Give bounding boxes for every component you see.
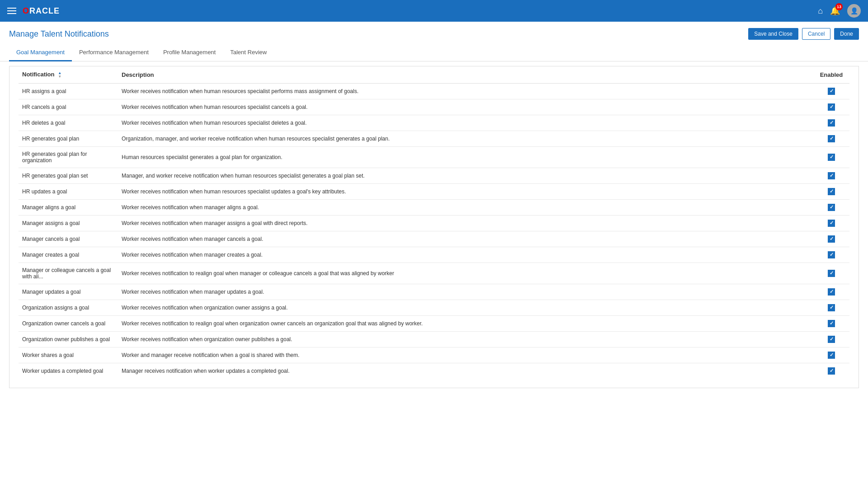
cell-description: Worker receives notification when manage… <box>118 284 813 300</box>
table-header-row: Notification ▲ ▼ Description Enabled <box>19 66 849 83</box>
cell-notification: Manager cancels a goal <box>19 231 118 247</box>
cell-enabled[interactable] <box>813 146 849 168</box>
column-header-enabled: Enabled <box>813 66 849 83</box>
cell-notification: Manager updates a goal <box>19 284 118 300</box>
column-header-description: Description <box>118 66 813 83</box>
cell-enabled[interactable] <box>813 131 849 146</box>
table-row: Manager cancels a goalWorker receives no… <box>19 231 849 247</box>
cell-notification: Organization assigns a goal <box>19 300 118 315</box>
page-title: Manage Talent Notifications <box>9 29 109 39</box>
cell-enabled[interactable] <box>813 300 849 315</box>
enabled-checkbox[interactable] <box>828 270 835 277</box>
cell-enabled[interactable] <box>813 115 849 131</box>
home-icon[interactable]: ⌂ <box>818 6 823 16</box>
table-row: Organization owner cancels a goalWorker … <box>19 315 849 331</box>
hamburger-menu[interactable] <box>7 8 16 14</box>
cell-description: Manager receives notification when worke… <box>118 363 813 379</box>
cell-description: Worker receives notification when manage… <box>118 215 813 231</box>
cell-enabled[interactable] <box>813 199 849 215</box>
cell-enabled[interactable] <box>813 263 849 284</box>
enabled-checkbox[interactable] <box>828 88 835 95</box>
cell-enabled[interactable] <box>813 99 849 115</box>
enabled-checkbox[interactable] <box>828 304 835 311</box>
enabled-checkbox[interactable] <box>828 235 835 243</box>
cell-enabled[interactable] <box>813 83 849 99</box>
enabled-checkbox[interactable] <box>828 336 835 343</box>
notification-count-badge: 13 <box>835 3 843 10</box>
enabled-checkbox[interactable] <box>828 288 835 296</box>
cell-description: Organization, manager, and worker receiv… <box>118 131 813 146</box>
cell-enabled[interactable] <box>813 284 849 300</box>
cell-enabled[interactable] <box>813 331 849 347</box>
cell-enabled[interactable] <box>813 363 849 379</box>
tab-goal-management[interactable]: Goal Management <box>9 44 72 61</box>
enabled-checkbox[interactable] <box>828 119 835 127</box>
notifications-button[interactable]: 🔔 13 <box>830 6 840 16</box>
table-row: Organization assigns a goalWorker receiv… <box>19 300 849 315</box>
cell-notification: HR assigns a goal <box>19 83 118 99</box>
cell-enabled[interactable] <box>813 215 849 231</box>
sort-icons-notification[interactable]: ▲ ▼ <box>58 71 61 79</box>
cell-enabled[interactable] <box>813 315 849 331</box>
cell-description: Worker receives notification when human … <box>118 83 813 99</box>
enabled-checkbox[interactable] <box>828 172 835 179</box>
tab-profile-management[interactable]: Profile Management <box>156 44 223 61</box>
user-avatar[interactable]: 👤 <box>847 4 861 18</box>
cell-description: Worker receives notification when human … <box>118 99 813 115</box>
cell-description: Worker receives notification when manage… <box>118 231 813 247</box>
cell-notification: Organization owner publishes a goal <box>19 331 118 347</box>
table-row: Manager assigns a goalWorker receives no… <box>19 215 849 231</box>
cell-notification: Manager or colleague cancels a goal with… <box>19 263 118 284</box>
cell-notification: Organization owner cancels a goal <box>19 315 118 331</box>
cell-enabled[interactable] <box>813 247 849 263</box>
table-row: HR deletes a goalWorker receives notific… <box>19 115 849 131</box>
cell-notification: HR updates a goal <box>19 183 118 199</box>
save-and-close-button[interactable]: Save and Close <box>748 28 798 40</box>
tab-performance-management[interactable]: Performance Management <box>72 44 156 61</box>
done-button[interactable]: Done <box>834 28 859 40</box>
enabled-checkbox[interactable] <box>828 251 835 258</box>
cell-description: Worker receives notification to realign … <box>118 315 813 331</box>
cell-notification: HR generates goal plan <box>19 131 118 146</box>
table-row: Manager creates a goalWorker receives no… <box>19 247 849 263</box>
table-body: HR assigns a goalWorker receives notific… <box>19 83 849 379</box>
tab-talent-review[interactable]: Talent Review <box>223 44 274 61</box>
cell-description: Worker receives notification when organi… <box>118 331 813 347</box>
enabled-checkbox[interactable] <box>828 320 835 327</box>
enabled-checkbox[interactable] <box>828 367 835 375</box>
cell-enabled[interactable] <box>813 183 849 199</box>
cell-description: Human resources specialist generates a g… <box>118 146 813 168</box>
cell-notification: HR generates goal plan for organization <box>19 146 118 168</box>
enabled-checkbox[interactable] <box>828 352 835 359</box>
table-row: Worker shares a goalWorker and manager r… <box>19 347 849 363</box>
cell-description: Worker receives notification when human … <box>118 183 813 199</box>
enabled-checkbox[interactable] <box>828 204 835 211</box>
enabled-checkbox[interactable] <box>828 135 835 142</box>
table-row: HR generates goal plan for organizationH… <box>19 146 849 168</box>
cell-notification: Manager creates a goal <box>19 247 118 263</box>
page-header: Manage Talent Notifications Save and Clo… <box>0 22 868 44</box>
cell-enabled[interactable] <box>813 231 849 247</box>
cell-enabled[interactable] <box>813 347 849 363</box>
cancel-button[interactable]: Cancel <box>802 28 830 40</box>
cell-notification: Manager assigns a goal <box>19 215 118 231</box>
table-row: HR assigns a goalWorker receives notific… <box>19 83 849 99</box>
table-row: Worker updates a completed goalManager r… <box>19 363 849 379</box>
enabled-checkbox[interactable] <box>828 154 835 161</box>
cell-description: Worker receives notification when organi… <box>118 300 813 315</box>
cell-notification: HR deletes a goal <box>19 115 118 131</box>
column-header-notification[interactable]: Notification ▲ ▼ <box>19 66 118 83</box>
enabled-checkbox[interactable] <box>828 188 835 195</box>
table-row: Manager aligns a goalWorker receives not… <box>19 199 849 215</box>
enabled-checkbox[interactable] <box>828 220 835 227</box>
table-row: HR cancels a goalWorker receives notific… <box>19 99 849 115</box>
tabs-container: Goal Management Performance Management P… <box>0 44 868 61</box>
notifications-table: Notification ▲ ▼ Description Enabled HR … <box>19 66 849 379</box>
top-navigation-bar: ORACLE ⌂ 🔔 13 👤 <box>0 0 868 22</box>
cell-enabled[interactable] <box>813 168 849 183</box>
table-row: Manager updates a goalWorker receives no… <box>19 284 849 300</box>
cell-notification: HR generates goal plan set <box>19 168 118 183</box>
enabled-checkbox[interactable] <box>828 103 835 111</box>
cell-description: Worker receives notification when manage… <box>118 199 813 215</box>
oracle-logo: ORACLE <box>23 6 60 16</box>
